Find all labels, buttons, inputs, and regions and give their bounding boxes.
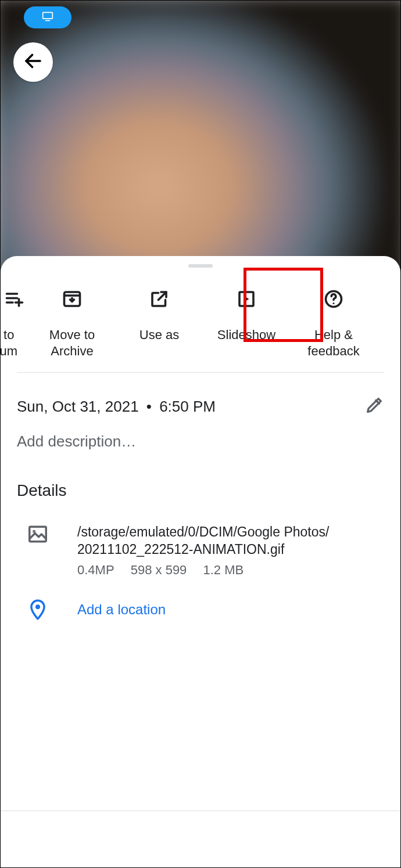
svg-rect-17 — [30, 527, 46, 541]
nav-home-button[interactable] — [189, 828, 212, 851]
action-label: dd to album — [0, 327, 28, 359]
open-external-icon — [149, 287, 170, 311]
playlist-add-icon — [4, 287, 25, 311]
file-megapixels: 0.4MP — [77, 563, 114, 577]
svg-line-11 — [159, 292, 167, 300]
svg-line-16 — [376, 401, 379, 404]
add-description-field[interactable]: Add description… — [17, 433, 384, 451]
svg-rect-0 — [43, 12, 53, 19]
add-location-button[interactable]: Add a location — [26, 599, 384, 621]
photo-datetime: Sun, Oct 31, 2021 • 6:50 PM — [17, 398, 216, 416]
file-detail-row[interactable]: /storage/emulated/0/DCIM/Google Photos/ … — [26, 523, 384, 578]
help-icon — [323, 287, 344, 311]
arrow-left-icon — [23, 51, 44, 74]
svg-point-19 — [35, 604, 40, 609]
pencil-icon — [364, 407, 384, 417]
file-size: 1.2 MB — [203, 563, 244, 577]
add-location-label: Add a location — [77, 602, 166, 618]
action-label: Use as — [139, 327, 179, 343]
slideshow-icon — [236, 287, 257, 311]
help-feedback-button[interactable]: Help & feedback — [290, 280, 377, 359]
divider — [17, 372, 384, 373]
details-heading: Details — [17, 481, 67, 500]
nav-recent-button[interactable] — [79, 828, 102, 851]
svg-point-18 — [34, 531, 35, 532]
action-label: Move to Archive — [28, 327, 116, 359]
action-row: dd to album Move to Archive — [1, 280, 400, 376]
action-label: Help & feedback — [307, 327, 359, 359]
use-as-button[interactable]: Use as — [116, 280, 203, 343]
svg-marker-13 — [245, 297, 249, 302]
file-dimensions: 598 x 599 — [131, 563, 187, 577]
cast-icon — [40, 10, 55, 24]
back-button[interactable] — [13, 42, 53, 82]
sheet-grab-handle[interactable] — [188, 264, 213, 268]
location-pin-icon — [26, 599, 49, 621]
add-to-album-button[interactable]: dd to album — [0, 280, 28, 359]
move-to-archive-button[interactable]: Move to Archive — [28, 280, 116, 359]
image-file-icon — [26, 523, 49, 545]
svg-point-15 — [333, 302, 335, 304]
edit-datetime-button[interactable] — [364, 395, 384, 417]
file-path: /storage/emulated/0/DCIM/Google Photos/ … — [77, 523, 329, 558]
system-nav-bar — [1, 811, 400, 867]
nav-back-button[interactable] — [299, 828, 322, 851]
photo-date: Sun, Oct 31, 2021 — [17, 398, 139, 415]
slideshow-button[interactable]: Slideshow — [203, 280, 290, 343]
archive-icon — [62, 287, 83, 311]
photo-time: 6:50 PM — [159, 398, 216, 415]
cast-status-pill[interactable] — [24, 6, 71, 28]
file-stats: 0.4MP 598 x 599 1.2 MB — [77, 563, 329, 578]
action-label: Slideshow — [217, 327, 275, 343]
